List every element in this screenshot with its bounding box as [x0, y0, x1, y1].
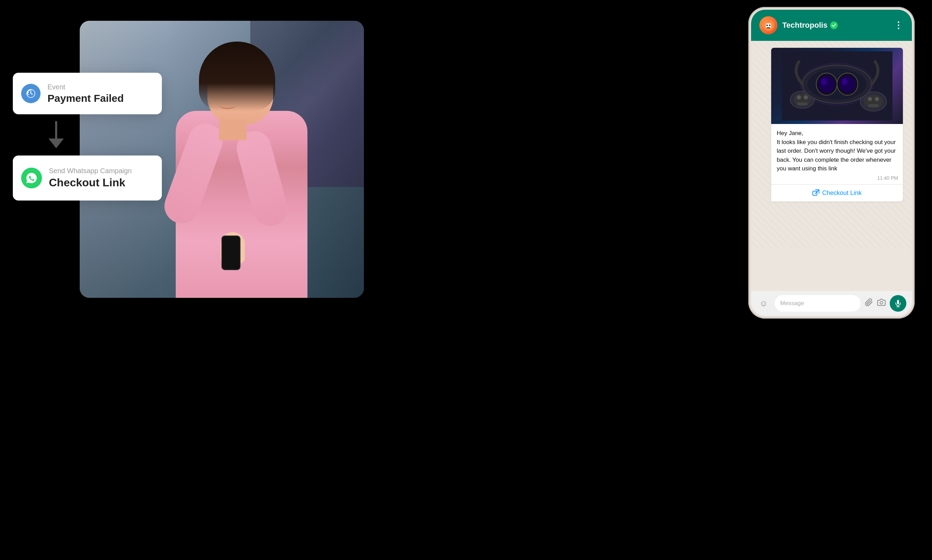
contact-name-text: Techtropolis — [782, 21, 827, 30]
svg-point-2 — [766, 25, 768, 26]
camera-button[interactable] — [877, 298, 886, 309]
svg-point-25 — [842, 78, 847, 85]
scene: Event Payment Failed Send Whatsapp Campa… — [0, 0, 932, 560]
svg-point-22 — [821, 78, 827, 85]
svg-rect-4 — [767, 28, 770, 28]
svg-point-3 — [769, 25, 770, 26]
whatsapp-icon-circle — [21, 168, 42, 188]
history-icon — [26, 89, 36, 98]
event-label: Event — [48, 83, 124, 91]
microphone-icon — [894, 300, 902, 307]
contact-avatar — [759, 16, 778, 34]
campaign-label: Send Whatsapp Campaign — [49, 167, 132, 175]
verified-badge — [830, 22, 838, 29]
message-text-content: Hey Jane,It looks like you didn't finish… — [771, 124, 903, 175]
menu-dots[interactable]: ⋮ — [894, 20, 904, 31]
svg-rect-17 — [868, 104, 879, 107]
campaign-card: Send Whatsapp Campaign Checkout Link — [13, 155, 162, 200]
arrow-head — [48, 138, 64, 148]
svg-point-10 — [797, 95, 801, 99]
message-placeholder: Message — [780, 300, 804, 307]
contact-name-block: Techtropolis — [782, 21, 889, 30]
camera-icon — [877, 298, 886, 306]
campaign-title: Checkout Link — [49, 176, 132, 189]
checkout-link-label: Checkout Link — [822, 189, 862, 197]
chat-messages: Hey Jane,It looks like you didn't finish… — [757, 48, 906, 202]
svg-point-11 — [804, 95, 808, 99]
check-icon — [832, 23, 836, 28]
emoji-button[interactable]: ☺ — [757, 297, 770, 310]
svg-point-29 — [880, 301, 883, 304]
paperclip-icon — [865, 298, 873, 306]
event-title: Payment Failed — [48, 92, 124, 104]
svg-point-6 — [768, 20, 769, 22]
chat-area: Hey Jane,It looks like you didn't finish… — [751, 41, 912, 249]
event-text-block: Event Payment Failed — [48, 83, 124, 104]
event-card: Event Payment Failed — [13, 73, 162, 114]
svg-rect-27 — [813, 191, 817, 195]
message-bubble: Hey Jane,It looks like you didn't finish… — [771, 48, 903, 202]
campaign-text-block: Send Whatsapp Campaign Checkout Link — [49, 167, 132, 189]
message-input-bar: ☺ Message — [751, 291, 912, 316]
mic-button[interactable] — [890, 295, 906, 312]
avatar-icon — [762, 19, 775, 32]
external-link-icon — [812, 189, 819, 196]
message-body: Hey Jane,It looks like you didn't finish… — [777, 130, 896, 172]
attach-button[interactable] — [865, 298, 873, 309]
message-timestamp: 11:40 PM — [771, 175, 903, 184]
whatsapp-logo-icon — [25, 172, 38, 184]
vr-headset-image — [782, 51, 892, 120]
product-image — [771, 48, 903, 124]
arrow-line — [55, 121, 57, 138]
phone-screen: Techtropolis ⋮ — [751, 10, 912, 316]
svg-point-16 — [875, 97, 879, 101]
event-icon-circle — [21, 84, 40, 103]
phone-mockup: Techtropolis ⋮ — [748, 7, 915, 318]
checkout-link-button[interactable]: Checkout Link — [771, 184, 903, 202]
svg-point-15 — [868, 97, 872, 101]
svg-point-24 — [839, 75, 856, 93]
svg-rect-12 — [797, 103, 808, 105]
whatsapp-header: Techtropolis ⋮ — [751, 10, 912, 41]
arrow-down — [48, 121, 64, 148]
svg-point-21 — [818, 75, 835, 93]
message-input[interactable]: Message — [775, 295, 861, 312]
